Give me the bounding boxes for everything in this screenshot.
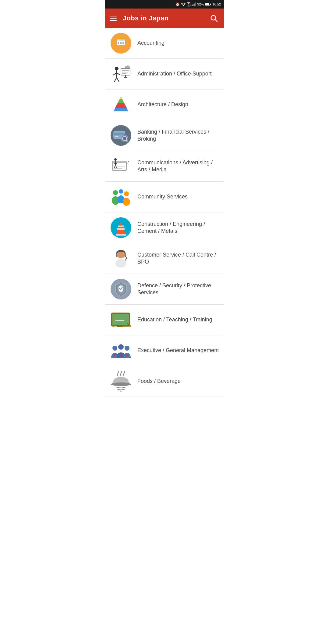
executive-icon xyxy=(110,340,132,362)
svg-rect-80 xyxy=(114,326,117,327)
banking-icon xyxy=(111,125,131,146)
executive-icon-wrap xyxy=(110,340,132,362)
battery-icon xyxy=(205,2,211,6)
svg-rect-74 xyxy=(116,254,117,257)
svg-line-9 xyxy=(215,19,217,22)
svg-point-65 xyxy=(124,191,129,196)
svg-rect-44 xyxy=(115,136,119,137)
app-bar: Jobs in Japan xyxy=(105,9,224,28)
svg-rect-71 xyxy=(118,226,124,227)
category-item-architecture[interactable]: Architecture / Design xyxy=(105,89,224,120)
svg-point-93 xyxy=(120,390,122,392)
category-item-foods[interactable]: Foods / Beverage xyxy=(105,366,224,397)
category-item-education[interactable]: Education / Teaching / Training xyxy=(105,305,224,335)
svg-line-22 xyxy=(113,73,117,75)
banking-icon-wrap xyxy=(110,124,132,146)
education-label: Education / Teaching / Training xyxy=(137,316,212,323)
foods-icon-wrap xyxy=(110,370,132,392)
svg-point-85 xyxy=(112,346,117,351)
foods-icon xyxy=(110,370,132,392)
education-icon xyxy=(110,310,132,330)
construction-icon xyxy=(111,217,131,238)
category-list: Accounting xyxy=(105,28,224,397)
svg-rect-70 xyxy=(117,228,125,230)
status-icons: ⏰ 1 92% 16:52 xyxy=(175,2,221,6)
svg-rect-12 xyxy=(117,39,121,40)
category-item-construction[interactable]: Construction / Engineering / Cement / Me… xyxy=(105,212,224,243)
app-bar-left: Jobs in Japan xyxy=(110,14,169,22)
accounting-icon xyxy=(111,33,131,54)
svg-rect-13 xyxy=(118,42,119,43)
communications-icon xyxy=(110,155,132,177)
communications-label: Communications / Advertising / Arts / Me… xyxy=(137,159,219,173)
svg-rect-15 xyxy=(122,42,124,43)
community-icon xyxy=(110,186,132,208)
svg-rect-14 xyxy=(120,42,122,43)
category-item-banking[interactable]: Banking / Financial Services / Broking xyxy=(105,120,224,151)
defence-icon xyxy=(111,279,131,299)
svg-rect-27 xyxy=(121,68,130,69)
community-icon-wrap xyxy=(110,186,132,208)
svg-point-53 xyxy=(114,158,117,161)
admin-label: Administration / Office Support xyxy=(137,70,212,77)
svg-rect-4 xyxy=(195,2,196,6)
defence-label: Defence / Security / Protective Services xyxy=(137,282,219,296)
category-item-communications[interactable]: Communications / Advertising / Arts / Me… xyxy=(105,151,224,182)
admin-icon-wrap xyxy=(110,63,132,85)
wifi-icon xyxy=(181,2,186,6)
construction-icon-wrap xyxy=(110,217,132,239)
community-label: Community Services xyxy=(137,193,188,200)
architecture-icon-wrap xyxy=(110,94,132,116)
svg-rect-16 xyxy=(118,43,119,44)
svg-rect-68 xyxy=(116,234,126,236)
category-item-defence[interactable]: Defence / Security / Protective Services xyxy=(105,274,224,305)
svg-rect-7 xyxy=(205,3,209,5)
battery-percent: 92% xyxy=(197,2,204,6)
svg-point-73 xyxy=(115,259,126,268)
customer-label: Customer Service / Call Centre / BPO xyxy=(137,251,219,266)
svg-line-25 xyxy=(117,78,119,82)
construction-label: Construction / Engineering / Cement / Me… xyxy=(137,221,219,235)
svg-rect-77 xyxy=(112,314,129,325)
communications-icon-wrap xyxy=(110,155,132,177)
customer-icon-wrap xyxy=(110,247,132,269)
svg-rect-17 xyxy=(120,43,122,44)
architecture-icon xyxy=(110,94,132,116)
svg-rect-6 xyxy=(210,4,211,5)
category-item-admin[interactable]: Administration / Office Support xyxy=(105,59,224,89)
svg-marker-67 xyxy=(116,222,126,234)
education-icon-wrap xyxy=(110,309,132,331)
svg-rect-3 xyxy=(194,4,195,6)
foods-label: Foods / Beverage xyxy=(137,378,181,385)
category-item-accounting[interactable]: Accounting xyxy=(105,28,224,59)
svg-point-92 xyxy=(111,383,131,386)
svg-point-63 xyxy=(119,189,123,194)
svg-point-76 xyxy=(125,259,126,261)
menu-button[interactable] xyxy=(110,16,117,21)
defence-icon-wrap xyxy=(110,278,132,300)
svg-point-61 xyxy=(113,190,118,195)
svg-point-0 xyxy=(183,5,184,6)
svg-rect-43 xyxy=(114,133,125,135)
svg-line-59 xyxy=(128,161,128,164)
executive-label: Executive / General Management xyxy=(137,347,219,354)
search-button[interactable] xyxy=(209,13,219,23)
time-display: 16:52 xyxy=(212,2,221,6)
svg-point-20 xyxy=(115,67,119,70)
svg-marker-41 xyxy=(114,108,128,111)
svg-rect-19 xyxy=(121,39,125,40)
svg-rect-49 xyxy=(112,161,126,163)
svg-rect-1 xyxy=(192,5,193,6)
banking-label: Banking / Financial Services / Broking xyxy=(137,128,219,143)
svg-point-87 xyxy=(118,344,124,350)
app-title: Jobs in Japan xyxy=(123,14,169,22)
category-item-executive[interactable]: Executive / General Management xyxy=(105,335,224,366)
admin-icon xyxy=(110,63,132,85)
svg-line-23 xyxy=(117,73,120,75)
signal-icon xyxy=(192,2,196,6)
svg-point-89 xyxy=(125,346,129,351)
category-item-community[interactable]: Community Services xyxy=(105,182,224,212)
status-bar: ⏰ 1 92% 16:52 xyxy=(105,0,224,9)
category-item-customer[interactable]: Customer Service / Call Centre / BPO xyxy=(105,243,224,274)
svg-marker-40 xyxy=(120,97,122,99)
